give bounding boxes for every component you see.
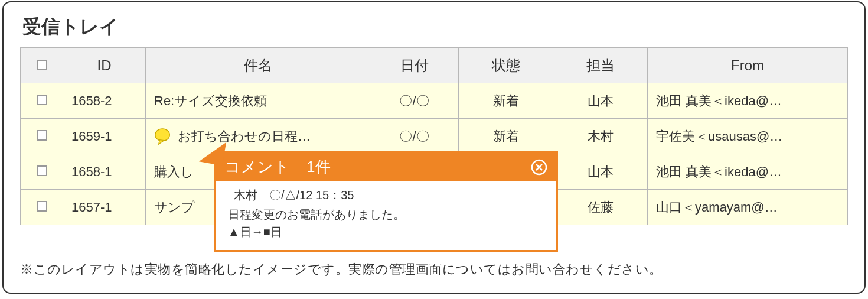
close-icon[interactable] bbox=[530, 158, 548, 176]
row-checkbox[interactable] bbox=[21, 154, 63, 190]
subject-text: お打ち合わせの日程… bbox=[178, 128, 311, 145]
tooltip-body: 木村 〇/△/12 15：35 日程変更のお電話がありました。 ▲日→■日 bbox=[216, 181, 556, 250]
cell-assignee: 山本 bbox=[553, 83, 648, 119]
tooltip-tail-icon bbox=[199, 138, 226, 165]
cell-date: 〇/〇 bbox=[370, 83, 459, 119]
cell-from: 池田 真美＜ikeda@… bbox=[648, 83, 848, 119]
cell-from: 池田 真美＜ikeda@… bbox=[648, 154, 848, 190]
cell-id: 1657-1 bbox=[63, 190, 146, 225]
subject-text: Re:サイズ交換依頼 bbox=[154, 92, 267, 110]
col-subject[interactable]: 件名 bbox=[146, 48, 370, 83]
col-id[interactable]: ID bbox=[63, 48, 146, 83]
cell-id: 1658-1 bbox=[63, 154, 146, 190]
cell-date: 〇/〇 bbox=[370, 119, 459, 154]
cell-from: 宇佐美＜usausas@… bbox=[648, 119, 848, 154]
subject-text: 購入し bbox=[154, 163, 194, 181]
col-from[interactable]: From bbox=[648, 48, 848, 83]
col-status[interactable]: 状態 bbox=[459, 48, 553, 83]
checkbox-icon[interactable] bbox=[37, 201, 47, 212]
row-checkbox[interactable] bbox=[21, 190, 63, 225]
table-row[interactable]: 1659-1お打ち合わせの日程…〇/〇新着木村宇佐美＜usausas@… bbox=[21, 119, 848, 154]
tooltip-meta: 木村 〇/△/12 15：35 bbox=[234, 187, 544, 204]
cell-from: 山口＜yamayam@… bbox=[648, 190, 848, 225]
table-header-row: ID 件名 日付 状態 担当 From bbox=[21, 48, 848, 83]
row-checkbox[interactable] bbox=[21, 119, 63, 154]
subject-text: サンプ bbox=[154, 199, 195, 216]
checkbox-icon[interactable] bbox=[37, 60, 47, 70]
cell-subject: お打ち合わせの日程… bbox=[146, 119, 370, 154]
comment-bubble-icon[interactable] bbox=[154, 128, 172, 145]
svg-point-0 bbox=[155, 128, 169, 141]
select-all-header[interactable] bbox=[21, 48, 63, 83]
tooltip-message: 日程変更のお電話がありました。 ▲日→■日 bbox=[228, 206, 544, 240]
cell-assignee: 佐藤 bbox=[553, 190, 648, 225]
col-assignee[interactable]: 担当 bbox=[553, 48, 648, 83]
tooltip-title: コメント 1件 bbox=[224, 157, 331, 177]
comment-tooltip: コメント 1件 木村 〇/△/12 15：35 日程変更のお電話がありました。 … bbox=[214, 151, 558, 252]
cell-status: 新着 bbox=[459, 83, 553, 119]
col-date[interactable]: 日付 bbox=[370, 48, 459, 83]
cell-assignee: 木村 bbox=[553, 119, 648, 154]
checkbox-icon[interactable] bbox=[37, 95, 47, 105]
page-title: 受信トレイ bbox=[22, 14, 848, 40]
cell-id: 1659-1 bbox=[63, 119, 146, 154]
cell-status: 新着 bbox=[459, 119, 553, 154]
table-row[interactable]: 1658-2Re:サイズ交換依頼〇/〇新着山本池田 真美＜ikeda@… bbox=[21, 83, 848, 119]
cell-subject: Re:サイズ交換依頼 bbox=[146, 83, 370, 119]
inbox-panel: 受信トレイ ID 件名 日付 状態 担当 From 1658-2Re:サイズ交換… bbox=[2, 1, 866, 294]
row-checkbox[interactable] bbox=[21, 83, 63, 119]
checkbox-icon[interactable] bbox=[37, 165, 47, 176]
footnote: ※このレイアウトは実物を簡略化したイメージです。実際の管理画面についてはお問い合… bbox=[20, 261, 848, 278]
cell-assignee: 山本 bbox=[553, 154, 648, 190]
tooltip-header: コメント 1件 bbox=[216, 153, 556, 181]
checkbox-icon[interactable] bbox=[37, 130, 47, 141]
cell-id: 1658-2 bbox=[63, 83, 146, 119]
